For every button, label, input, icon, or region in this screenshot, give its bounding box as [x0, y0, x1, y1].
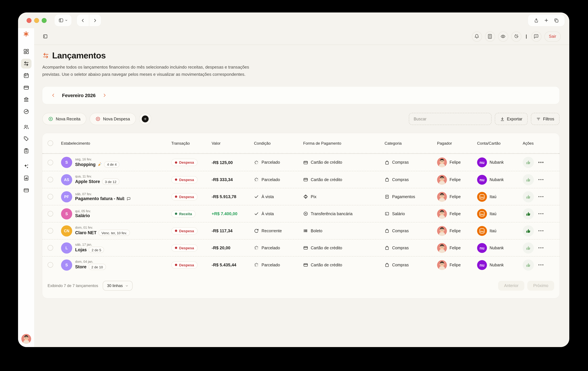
comment-icon[interactable] — [126, 196, 131, 201]
receipt-icon — [385, 194, 389, 199]
sidebar-item-clipboard[interactable] — [21, 146, 31, 156]
installment-badge: 3 de 12 — [102, 178, 119, 185]
tabs-overview-button[interactable] — [554, 18, 559, 23]
approve-button[interactable] — [523, 174, 534, 185]
row-checkbox[interactable] — [47, 228, 53, 234]
calculator-button[interactable] — [485, 31, 495, 41]
row-menu-button[interactable] — [538, 195, 543, 198]
row-menu-button[interactable] — [538, 246, 543, 250]
sidebar-item-dashboard[interactable] — [21, 47, 31, 56]
shopping-bag-icon — [385, 177, 389, 182]
row-menu-button[interactable] — [538, 161, 543, 164]
bank-icon — [23, 96, 29, 102]
settings-gear-icon[interactable] — [21, 321, 31, 331]
previous-page-button[interactable]: Anterior — [498, 281, 525, 291]
column-header: Conta/Cartão — [474, 141, 520, 145]
chevron-left-icon — [51, 93, 55, 97]
approve-button[interactable] — [523, 225, 534, 236]
merchant-avatar: S — [61, 157, 72, 168]
bell-button[interactable] — [472, 31, 482, 41]
moon-stars-button[interactable] — [511, 31, 521, 41]
shopping-bag-icon — [385, 245, 389, 250]
row-menu-button[interactable] — [538, 212, 543, 216]
filters-button[interactable]: Filtros — [531, 113, 559, 125]
credit-card-icon — [303, 177, 308, 182]
share-button[interactable] — [534, 18, 539, 23]
tag-icon — [23, 136, 29, 142]
back-button[interactable] — [77, 14, 89, 26]
row-checkbox[interactable] — [47, 160, 53, 165]
app-logo-asterisk-icon[interactable] — [23, 31, 29, 37]
row-checkbox[interactable] — [47, 177, 53, 182]
new-expense-button[interactable]: Nova Despesa — [90, 113, 136, 125]
select-all-checkbox[interactable] — [47, 140, 53, 146]
installment-badge: 4 de 4 — [104, 161, 119, 167]
type-dot — [175, 178, 177, 181]
row-checkbox[interactable] — [47, 211, 53, 216]
results-summary: Exibindo 7 de 7 lançamentos — [48, 283, 98, 288]
sidebar-item-bank[interactable] — [21, 94, 31, 104]
loader-icon — [254, 262, 259, 267]
row-menu-button[interactable] — [538, 178, 543, 181]
sidebar-item-sparkles[interactable] — [21, 161, 31, 171]
payer-avatar — [437, 192, 447, 202]
logout-button[interactable]: Sair — [544, 31, 561, 41]
export-button[interactable]: Exportar — [495, 113, 528, 125]
payment-method-label: Boleto — [311, 228, 322, 233]
transaction-value: -R$ 5.435,44 — [212, 262, 236, 267]
sidebar-item-accounts[interactable] — [21, 185, 31, 195]
bank-logo: itaú — [477, 226, 487, 236]
transaction-type-badge: Despesa — [171, 261, 198, 268]
row-checkbox[interactable] — [47, 245, 53, 251]
close-window-button[interactable] — [27, 18, 32, 23]
payer-name: Felipe — [450, 263, 461, 267]
new-income-button[interactable]: Nova Receita — [42, 113, 86, 125]
sidebar-item-calendar[interactable] — [21, 71, 31, 80]
filters-label: Filtros — [543, 117, 554, 121]
row-menu-button[interactable] — [538, 229, 543, 233]
approve-button[interactable] — [523, 157, 534, 168]
panel-left-icon — [58, 18, 64, 23]
type-label: Despesa — [179, 229, 194, 233]
merchant-avatar: S — [61, 208, 72, 219]
new-tab-button[interactable] — [544, 18, 549, 23]
page-size-select[interactable]: 30 linhas — [103, 281, 133, 291]
approve-button[interactable] — [523, 242, 534, 253]
forward-button[interactable] — [89, 14, 101, 26]
quick-add-button[interactable] — [139, 113, 151, 125]
sidebar-item-users[interactable] — [21, 122, 31, 132]
column-header: Forma de Pagamento — [300, 141, 382, 145]
next-month-button[interactable] — [101, 92, 108, 99]
minimize-window-button[interactable] — [34, 18, 39, 23]
approve-button[interactable] — [523, 208, 534, 219]
row-checkbox[interactable] — [47, 262, 53, 268]
sparkles-icon — [23, 163, 29, 169]
sidebar-item-performance[interactable] — [21, 106, 31, 116]
thumbs-up-icon — [526, 228, 531, 233]
sidebar-item-transfers-active[interactable] — [21, 59, 31, 68]
collapse-sidebar-icon[interactable] — [43, 34, 48, 39]
chat-button[interactable] — [531, 31, 541, 41]
sidebar-item-credit-card[interactable] — [21, 82, 31, 92]
sidebar-item-report[interactable] — [21, 173, 31, 183]
zoom-window-button[interactable] — [42, 18, 47, 23]
type-label: Despesa — [179, 246, 194, 250]
row-menu-button[interactable] — [538, 263, 543, 267]
sidebar-toggle-button[interactable] — [54, 14, 72, 26]
transaction-type-badge: Despesa — [171, 176, 198, 183]
previous-month-button[interactable] — [50, 92, 57, 99]
type-label: Despesa — [179, 263, 194, 267]
sidebar-item-tag[interactable] — [21, 134, 31, 144]
approve-button[interactable] — [523, 259, 534, 270]
barcode-icon — [303, 228, 308, 233]
approve-button[interactable] — [523, 191, 534, 202]
transaction-value: -R$ 117,34 — [212, 228, 232, 233]
eye-button[interactable] — [498, 31, 508, 41]
svg-text:nu: nu — [480, 263, 484, 267]
user-avatar[interactable] — [21, 334, 31, 344]
row-checkbox[interactable] — [47, 194, 53, 199]
next-page-button[interactable]: Próximo — [527, 281, 554, 291]
search-input[interactable] — [409, 113, 491, 125]
transaction-type-badge: Despesa — [171, 227, 198, 234]
shopping-bag-icon — [385, 228, 389, 233]
